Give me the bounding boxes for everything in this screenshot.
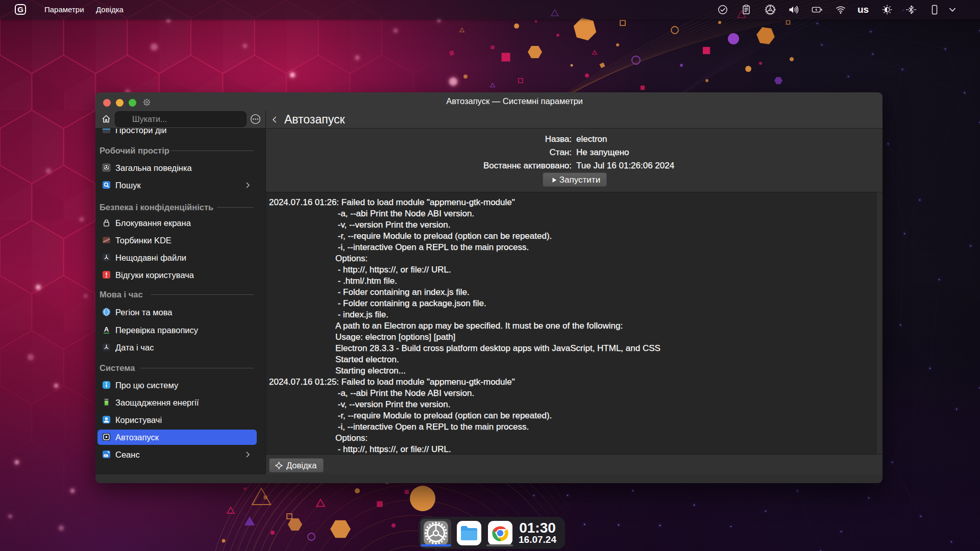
svg-text:A: A xyxy=(104,325,109,333)
